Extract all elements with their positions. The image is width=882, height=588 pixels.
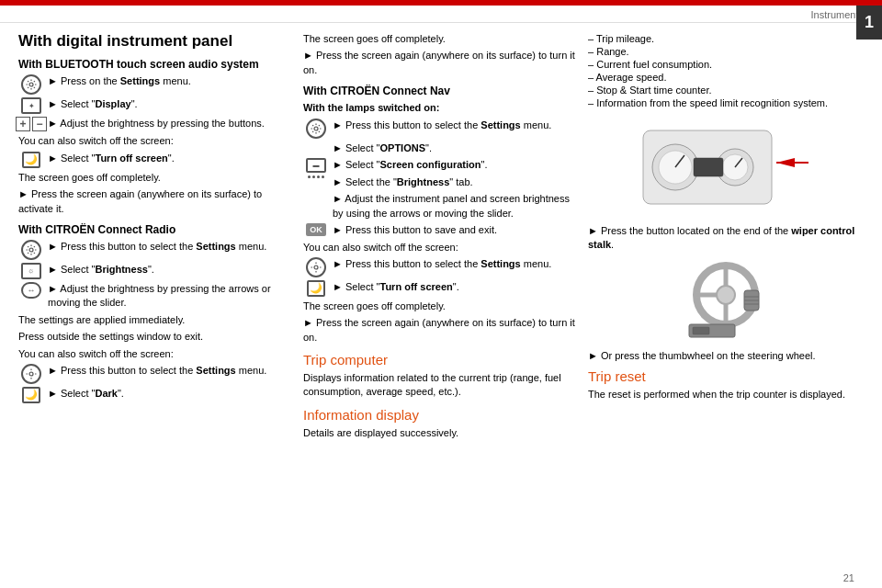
- step-cr-arrows: ↔ ► Adjust the brightness by pressing th…: [18, 282, 294, 311]
- info-list: – Trip mileage. – Range. – Current fuel …: [588, 32, 864, 109]
- mid-screen-off: The screen goes off completely.: [303, 32, 579, 46]
- nav-settings-icon-cell: [303, 119, 329, 139]
- gear-icon: [26, 79, 37, 90]
- cr-brightness-text: ► Select "Brightness".: [48, 263, 294, 277]
- list-item: – Trip mileage.: [588, 32, 864, 45]
- nav-settings2-icon: [306, 257, 326, 277]
- step-cr-dark: 🌙 ► Select "Dark".: [18, 387, 294, 403]
- nav-switch-off-intro: You can also switch off the screen:: [303, 241, 579, 254]
- information-display-text: Details are displayed successively.: [303, 426, 579, 440]
- display-icon-symbol: ✦: [28, 102, 35, 110]
- chapter-number: 1: [856, 6, 882, 40]
- trip-reset-heading: Trip reset: [588, 368, 864, 384]
- nav-gear-icon: [311, 123, 322, 134]
- step-cr-brightness: ☼ ► Select "Brightness".: [18, 263, 294, 279]
- cr-switch-off-intro: You can also switch off the screen:: [18, 347, 294, 361]
- nav-press-again: ► Press the screen again (anywhere on it…: [303, 316, 579, 345]
- cr-settings-text: ► Press this button to select the Settin…: [48, 240, 294, 254]
- header: Instruments: [0, 6, 882, 23]
- steering-wheel-svg: [634, 117, 818, 218]
- cr-arrows-icon-cell: ↔: [18, 282, 44, 299]
- settings-icon: [21, 74, 41, 95]
- cr-gear-icon: [26, 244, 37, 255]
- connect-radio-heading: With CITROËN Connect Radio: [18, 223, 294, 236]
- right-column: – Trip mileage. – Range. – Current fuel …: [588, 32, 864, 583]
- page-number: 21: [843, 572, 854, 583]
- cr-dark-text: ► Select "Dark".: [48, 387, 294, 401]
- step-select-display: ✦ ► Select "Display".: [18, 97, 294, 114]
- main-content: With digital instrument panel With BLUET…: [0, 23, 882, 588]
- cr-arrows-icon: ↔: [21, 282, 41, 299]
- nav-screen-icon-cell: ▬: [303, 158, 329, 173]
- select-display-text: ► Select "Display".: [48, 97, 294, 111]
- display-icon-cell: ✦: [18, 97, 44, 114]
- plus-icon: +: [16, 117, 30, 131]
- list-item: – Information from the speed limit recog…: [588, 96, 864, 109]
- nav-brightness-tab-text: ► Select the "Brightness" tab.: [333, 175, 579, 189]
- thumbwheel-text: ► Or press the thumbwheel on the steerin…: [588, 349, 864, 363]
- switch-off-intro: You can also switch off the screen:: [18, 134, 294, 148]
- step-nav-brightness-tab: ► Select the "Brightness" tab.: [303, 175, 579, 189]
- step-cr-settings2: ► Press this button to select the Settin…: [18, 364, 294, 384]
- nav-settings2-icon-cell: [303, 257, 329, 277]
- moon-symbol: 🌙: [25, 153, 38, 165]
- trip-computer-text: Displays information related to the curr…: [303, 371, 579, 400]
- nav-screen-off: The screen goes off completely.: [303, 300, 579, 313]
- nav-options-text: ► Select "OPTIONS".: [333, 141, 579, 155]
- ok-text: ► Press this button to save and exit.: [333, 223, 579, 237]
- step-nav-screen-config: ▬ ► Select "Screen configuration".: [303, 158, 579, 173]
- step-nav-settings: ► Press this button to select the Settin…: [303, 119, 579, 139]
- cr-settings2-icon: [21, 364, 41, 384]
- left-column: With digital instrument panel With BLUET…: [18, 32, 294, 583]
- bluetooth-heading: With BLUETOOTH touch screen audio system: [18, 58, 294, 71]
- nav-moon-icon: 🌙: [307, 280, 325, 297]
- cr-arrows-text: ► Adjust the brightness by pressing the …: [48, 282, 294, 311]
- svg-point-3: [314, 127, 318, 130]
- step-nav-adjust: ► Adjust the instrument panel and screen…: [303, 192, 579, 220]
- svg-point-1: [29, 248, 33, 252]
- nav-settings-text: ► Press this button to select the Settin…: [333, 119, 579, 132]
- cr-settings-icon-cell: [18, 240, 44, 260]
- nav-moon-icon-cell: 🌙: [303, 280, 329, 297]
- ok-icon-cell: OK: [303, 223, 329, 236]
- list-item: – Current fuel consumption.: [588, 58, 864, 71]
- nav-gear2-icon: [311, 262, 322, 273]
- list-item: – Stop & Start time counter.: [588, 84, 864, 96]
- trip-computer-heading: Trip computer: [303, 352, 579, 368]
- middle-column: The screen goes off completely. ► Press …: [303, 32, 579, 583]
- svg-rect-12: [694, 158, 723, 176]
- step-settings-press: ► Press on the Settings menu.: [18, 74, 294, 95]
- mid-press-again: ► Press the screen again (anywhere on it…: [303, 49, 579, 77]
- cr-settings2-text: ► Press this button to select the Settin…: [48, 364, 294, 378]
- nav-adjust-text: ► Adjust the instrument panel and screen…: [333, 192, 579, 220]
- step-turn-off-screen: 🌙 ► Select "Turn off screen".: [18, 152, 294, 168]
- list-item: – Range.: [588, 45, 864, 58]
- step-nav-turn-off: 🌙 ► Select "Turn off screen".: [303, 280, 579, 297]
- steering-wheel-image2: [652, 258, 799, 344]
- nav-screen-config-text: ► Select "Screen configuration".: [333, 158, 579, 172]
- moon-icon: 🌙: [22, 152, 40, 168]
- nav-settings2-text: ► Press this button to select the Settin…: [333, 257, 579, 271]
- svg-point-0: [29, 83, 33, 86]
- cr-moon-icon: 🌙: [22, 387, 40, 403]
- dots-icon: [308, 175, 324, 178]
- lamps-on-text: With the lamps switched on:: [303, 101, 579, 115]
- display-icon: ✦: [21, 97, 41, 114]
- brightness-plusminus-text: ► Adjust the brightness by pressing the …: [48, 117, 294, 130]
- trip-reset-text: The reset is performed when the trip cou…: [588, 388, 864, 401]
- press-outside-text: Press outside the settings window to exi…: [18, 330, 294, 344]
- press-again-text: ► Press the screen again (anywhere on it…: [18, 187, 294, 216]
- turn-off-text: ► Select "Turn off screen".: [48, 152, 294, 165]
- steering-wheel2-svg: [652, 258, 799, 341]
- cr-settings2-icon-cell: [18, 364, 44, 384]
- step-nav-ok: OK ► Press this button to save and exit.: [303, 223, 579, 237]
- step-nav-options: ► Select "OPTIONS".: [303, 141, 579, 155]
- cr-brightness-icon: ☼: [21, 263, 41, 279]
- list-item: – Average speed.: [588, 71, 864, 84]
- plus-minus-icon-cell: + −: [18, 117, 44, 131]
- minus-icon: −: [32, 117, 47, 131]
- wiper-text: ► Press the button located on the end of…: [588, 224, 864, 253]
- connect-nav-heading: With CITROËN Connect Nav: [303, 85, 579, 97]
- instrument-panel-image: [634, 117, 818, 220]
- information-display-heading: Information display: [303, 407, 579, 423]
